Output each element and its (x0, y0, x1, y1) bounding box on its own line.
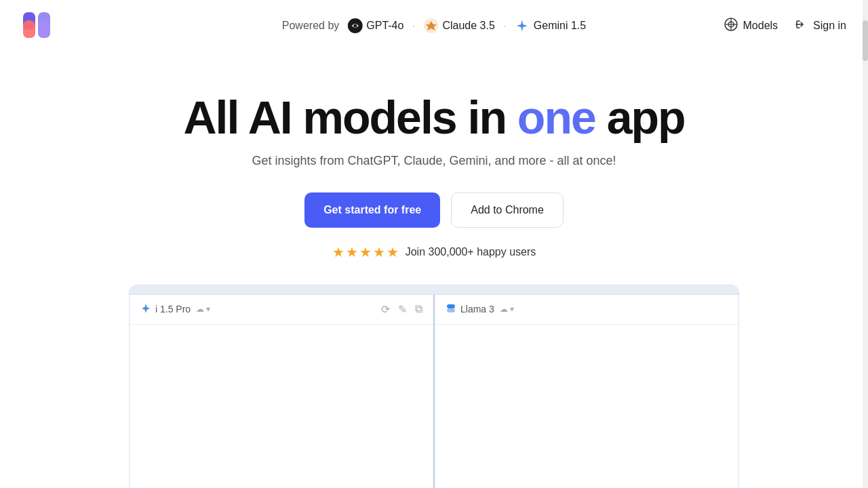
app-preview: i 1.5 Pro ☁ ▾ ⟳ ✎ ⧉ (129, 285, 739, 488)
navbar: Powered by GPT-4o · Claude 3.5 (0, 0, 868, 52)
right-model-label: Llama 3 (460, 304, 494, 314)
models-icon (724, 18, 738, 35)
scrollbar[interactable] (863, 0, 868, 488)
left-model-name: i 1.5 Pro ☁ ▾ (140, 303, 210, 316)
add-to-chrome-button[interactable]: Add to Chrome (451, 192, 564, 228)
gemini-label: Gemini 1.5 (534, 20, 586, 32)
separator-2: · (503, 19, 507, 33)
hero-subtitle: Get insights from ChatGPT, Claude, Gemin… (252, 154, 616, 168)
model-badge-gpt4o: GPT-4o (347, 18, 403, 33)
hero-title-part2: app (595, 92, 685, 143)
models-label: Models (743, 20, 778, 32)
hero-buttons: Get started for free Add to Chrome (304, 192, 564, 228)
left-panel-header: i 1.5 Pro ☁ ▾ ⟳ ✎ ⧉ (130, 295, 433, 325)
gpt4o-icon (347, 18, 362, 33)
social-proof: ★ ★ ★ ★ ★ Join 300,000+ happy users (332, 244, 536, 260)
models-button[interactable]: Models (724, 18, 778, 35)
star-1: ★ (332, 244, 344, 260)
hero-title-highlight: one (517, 92, 595, 143)
social-proof-text: Join 300,000+ happy users (406, 246, 536, 258)
separator-1: · (412, 19, 415, 33)
star-3: ★ (359, 244, 372, 260)
svg-rect-1 (23, 20, 35, 38)
app-preview-container: i 1.5 Pro ☁ ▾ ⟳ ✎ ⧉ (0, 285, 868, 488)
left-panel-content (130, 325, 433, 487)
nav-right: Models Sign in (724, 18, 847, 35)
star-5: ★ (387, 244, 399, 260)
share-icon[interactable]: ⟳ (381, 303, 390, 316)
preview-panel-left: i 1.5 Pro ☁ ▾ ⟳ ✎ ⧉ (130, 295, 435, 488)
powered-by-label: Powered by (282, 20, 340, 32)
left-model-icon (140, 303, 151, 316)
hero-title: All AI models in one app (183, 92, 684, 143)
right-panel-content (435, 325, 738, 487)
nav-center: Powered by GPT-4o · Claude 3.5 (282, 18, 586, 33)
left-chevron-icon: ☁ ▾ (196, 304, 210, 314)
right-chevron-icon: ☁ ▾ (500, 304, 514, 314)
svg-point-5 (353, 24, 357, 28)
left-panel-actions: ⟳ ✎ ⧉ (381, 303, 422, 316)
preview-top-bar (130, 285, 738, 295)
get-started-button[interactable]: Get started for free (304, 192, 440, 228)
star-4: ★ (373, 244, 385, 260)
svg-rect-3 (38, 20, 50, 38)
edit-icon[interactable]: ✎ (398, 303, 407, 316)
copy-icon[interactable]: ⧉ (415, 303, 422, 316)
star-2: ★ (346, 244, 358, 260)
claude-icon (423, 18, 438, 33)
logo[interactable] (22, 11, 52, 41)
star-rating: ★ ★ ★ ★ ★ (332, 244, 399, 260)
preview-panels: i 1.5 Pro ☁ ▾ ⟳ ✎ ⧉ (130, 295, 738, 488)
model-badge-gemini: Gemini 1.5 (515, 18, 586, 33)
hero-section: All AI models in one app Get insights fr… (0, 52, 868, 285)
left-model-label: i 1.5 Pro (155, 304, 191, 314)
model-badge-claude: Claude 3.5 (423, 18, 494, 33)
right-model-icon (446, 303, 456, 316)
gpt4o-label: GPT-4o (366, 20, 403, 32)
signin-label: Sign in (813, 20, 846, 32)
gemini-icon (515, 18, 530, 33)
logo-icon (22, 11, 52, 41)
claude-label: Claude 3.5 (442, 20, 494, 32)
preview-panel-right: Llama 3 ☁ ▾ (435, 295, 738, 488)
right-model-name: Llama 3 ☁ ▾ (446, 303, 514, 316)
signin-button[interactable]: Sign in (794, 18, 846, 35)
hero-title-part1: All AI models in (183, 92, 517, 143)
signin-icon (794, 18, 808, 35)
right-panel-header: Llama 3 ☁ ▾ (435, 295, 738, 325)
scrollbar-thumb (863, 20, 868, 61)
